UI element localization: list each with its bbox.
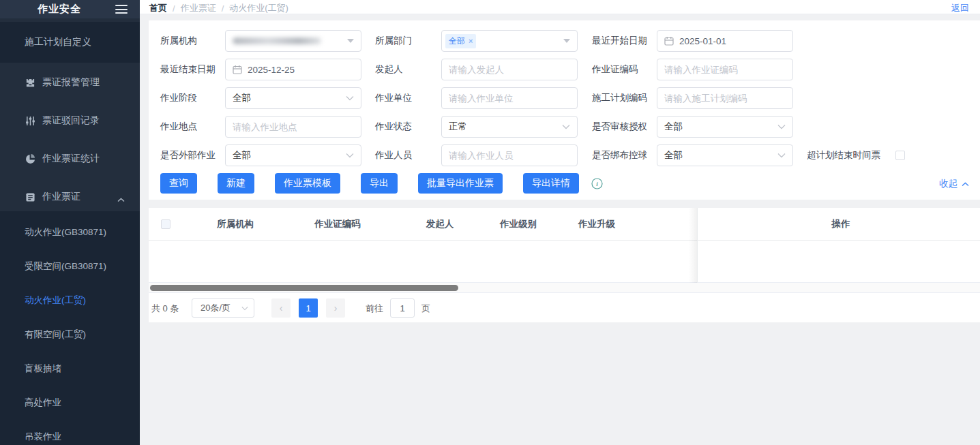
sliders-icon bbox=[25, 115, 35, 126]
start-date-label: 最近开始日期 bbox=[592, 30, 647, 52]
total-count: 共 0 条 bbox=[151, 303, 179, 315]
org-redacted-value bbox=[233, 37, 321, 44]
chevron-up-icon bbox=[117, 193, 125, 205]
next-page-button[interactable]: › bbox=[326, 298, 345, 318]
chevron-down-icon bbox=[777, 124, 786, 129]
collapse-toggle[interactable]: 收起 bbox=[939, 178, 969, 190]
breadcrumb-level2[interactable]: 作业票证 bbox=[181, 2, 216, 14]
personnel-field bbox=[441, 144, 578, 166]
personnel-label: 作业人员 bbox=[375, 144, 412, 166]
col-header-permit-code: 作业证编码 bbox=[314, 208, 361, 241]
col-header-work-upgrade: 作业升级 bbox=[578, 208, 615, 241]
work-unit-input[interactable] bbox=[449, 93, 570, 104]
start-date-input[interactable]: 2025-01-01 bbox=[657, 30, 793, 52]
sidebar-subitem-blind-plate[interactable]: 盲板抽堵 bbox=[0, 355, 140, 382]
org-select[interactable] bbox=[225, 30, 361, 52]
table-header-row: 所属机构 作业证编码 发起人 作业级别 作业升级 操作 bbox=[149, 208, 980, 241]
sidebar-subitem-lifting[interactable]: 吊装作业 bbox=[0, 423, 140, 445]
fixed-column-divider bbox=[697, 208, 698, 293]
stage-select[interactable]: 全部 bbox=[225, 87, 361, 109]
location-label: 作业地点 bbox=[160, 116, 197, 138]
external-work-select[interactable]: 全部 bbox=[225, 144, 361, 166]
chevron-up-icon bbox=[962, 182, 969, 187]
menu-collapse-icon[interactable] bbox=[115, 5, 128, 14]
overplan-checkbox[interactable] bbox=[895, 151, 905, 160]
chevron-down-icon bbox=[346, 153, 354, 158]
info-icon[interactable]: i bbox=[591, 178, 603, 189]
col-header-operation: 操作 bbox=[832, 208, 850, 241]
prev-page-button[interactable]: ‹ bbox=[271, 298, 291, 318]
ticket-template-button[interactable]: 作业票模板 bbox=[275, 173, 340, 194]
sidebar-header: 作业安全 bbox=[0, 0, 140, 18]
breadcrumb-home[interactable]: 首页 bbox=[149, 2, 167, 14]
status-label: 作业状态 bbox=[375, 116, 412, 138]
audit-auth-label: 是否审核授权 bbox=[592, 116, 647, 138]
col-header-work-level: 作业级别 bbox=[500, 208, 537, 241]
plan-code-label: 施工计划编码 bbox=[592, 87, 647, 109]
goto-label: 前往 bbox=[366, 303, 383, 315]
audit-auth-select[interactable]: 全部 bbox=[657, 116, 793, 138]
col-header-initiator: 发起人 bbox=[426, 208, 454, 241]
initiator-input[interactable] bbox=[449, 65, 570, 75]
breadcrumb: 首页 / 作业票证 / 动火作业(工贸) 返回 bbox=[140, 0, 980, 14]
export-button[interactable]: 导出 bbox=[361, 173, 398, 194]
dept-select[interactable]: 全部 × bbox=[441, 30, 578, 52]
permit-code-input[interactable] bbox=[664, 65, 786, 75]
sidebar-subitem-hotwork-gb30871[interactable]: 动火作业(GB30871) bbox=[0, 219, 140, 246]
end-date-input[interactable]: 2025-12-25 bbox=[225, 59, 361, 80]
main-content: 首页 / 作业票证 / 动火作业(工贸) 返回 所属机构 所属部门 全部 × 最… bbox=[140, 0, 980, 445]
caret-down-icon bbox=[563, 39, 570, 43]
alarm-icon bbox=[25, 77, 35, 88]
sidebar-subitem-limited-industry[interactable]: 有限空间(工贸) bbox=[0, 321, 140, 348]
status-select[interactable]: 正常 bbox=[441, 116, 578, 138]
filter-panel: 所属机构 所属部门 全部 × 最近开始日期 2025-01-01 最近结束日期 bbox=[149, 20, 980, 200]
pie-chart-icon bbox=[25, 153, 35, 164]
page-1-button[interactable]: 1 bbox=[299, 298, 318, 318]
external-work-label: 是否外部作业 bbox=[160, 144, 216, 166]
initiator-field bbox=[441, 59, 578, 80]
chevron-down-icon bbox=[241, 306, 248, 311]
tag-close-icon[interactable]: × bbox=[469, 37, 473, 45]
plan-code-field bbox=[657, 87, 793, 109]
org-label: 所属机构 bbox=[160, 30, 197, 52]
location-input[interactable] bbox=[233, 122, 354, 132]
svg-text:i: i bbox=[596, 181, 598, 187]
chevron-down-icon bbox=[346, 95, 354, 101]
personnel-input[interactable] bbox=[449, 151, 570, 161]
scrollbar-thumb[interactable] bbox=[150, 285, 458, 291]
sidebar-item-ticket-stats[interactable]: 作业票证统计 bbox=[0, 145, 140, 172]
stage-label: 作业阶段 bbox=[160, 87, 197, 109]
search-button[interactable]: 查询 bbox=[160, 173, 197, 194]
ticket-icon bbox=[25, 191, 35, 202]
sidebar-subitem-high-altitude[interactable]: 高处作业 bbox=[0, 389, 140, 416]
overplan-label: 超计划结束时间票 bbox=[807, 144, 880, 166]
select-all-checkbox[interactable] bbox=[161, 219, 170, 229]
app-title: 作业安全 bbox=[38, 3, 81, 16]
page-size-select[interactable]: 20条/页 bbox=[192, 298, 254, 318]
sidebar-submenu: 动火作业(GB30871) 受限空间(GB30871) 动火作业(工贸) 有限空… bbox=[0, 211, 140, 445]
sidebar-item-ticket-alarm[interactable]: 票证报警管理 bbox=[0, 69, 140, 96]
dept-tag: 全部 × bbox=[445, 34, 476, 48]
sidebar-item-work-tickets[interactable]: 作业票证 bbox=[0, 183, 140, 211]
chevron-down-icon bbox=[777, 153, 786, 158]
export-detail-button[interactable]: 导出详情 bbox=[523, 173, 579, 194]
sidebar-subitem-hotwork-industry[interactable]: 动火作业(工贸) bbox=[0, 287, 140, 314]
breadcrumb-level3: 动火作业(工贸) bbox=[229, 2, 288, 14]
create-button[interactable]: 新建 bbox=[218, 173, 254, 194]
fixed-column-shadow bbox=[689, 208, 697, 293]
sidebar-item-construction-plan[interactable]: 施工计划自定义 bbox=[0, 22, 140, 63]
sidebar-item-ticket-reject[interactable]: 票证驳回记录 bbox=[0, 107, 140, 134]
chevron-down-icon bbox=[562, 124, 570, 129]
batch-export-button[interactable]: 批量导出作业票 bbox=[418, 173, 503, 194]
sidebar-subitem-confined-gb30871[interactable]: 受限空间(GB30871) bbox=[0, 253, 140, 280]
back-link[interactable]: 返回 bbox=[951, 2, 969, 14]
dept-label: 所属部门 bbox=[375, 30, 412, 52]
page-unit-label: 页 bbox=[421, 303, 430, 315]
initiator-label: 发起人 bbox=[375, 59, 403, 80]
goto-page-input[interactable] bbox=[390, 298, 415, 318]
plan-code-input[interactable] bbox=[664, 93, 786, 104]
control-ball-label: 是否绑布控球 bbox=[592, 144, 647, 166]
col-header-org: 所属机构 bbox=[217, 208, 254, 241]
control-ball-select[interactable]: 全部 bbox=[657, 144, 793, 166]
horizontal-scrollbar bbox=[149, 283, 980, 293]
